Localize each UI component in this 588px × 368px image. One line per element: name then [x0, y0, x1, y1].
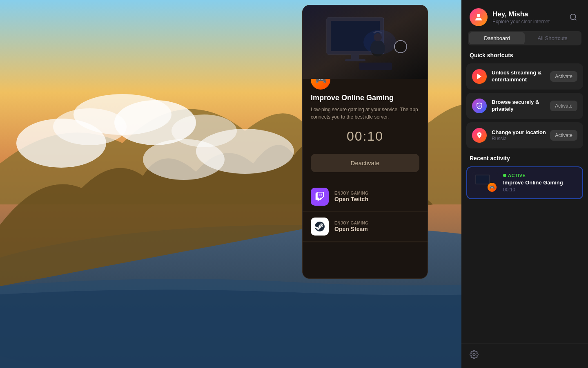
steam-open-label: Open Steam	[334, 226, 369, 232]
svg-rect-17	[359, 63, 392, 70]
card-description: Low-ping secure gaming at your service. …	[311, 106, 419, 121]
svg-point-8	[143, 139, 225, 180]
browse-shortcut-left: Browse securely & privately	[472, 99, 550, 113]
activity-thumbnail: 🎮	[472, 172, 498, 193]
recent-activity-title: Recent activity	[461, 152, 588, 166]
timer-display: 00:10	[311, 129, 419, 144]
svg-marker-21	[477, 74, 482, 79]
browse-shortcut-card[interactable]: Browse securely & privately Activate	[466, 93, 583, 119]
sidebar: Hey, Misha Explore your clear internet D…	[461, 0, 588, 368]
svg-point-28	[473, 353, 475, 356]
main-card: 🎮 Improve Online Gaming Low-ping secure …	[302, 5, 428, 279]
location-pin-icon	[472, 128, 487, 143]
active-text: ACTIVE	[508, 173, 526, 178]
activity-info: ACTIVE Improve Online Gaming 00:10	[503, 173, 563, 193]
svg-point-20	[570, 14, 576, 20]
sidebar-header: Hey, Misha Explore your clear internet	[461, 0, 588, 31]
steam-enjoy-label: ENJOY GAMING	[334, 221, 369, 225]
location-text: Change your location Russia	[492, 129, 546, 142]
streaming-shortcut-card[interactable]: Unlock streaming & entertainment Activat…	[466, 63, 583, 90]
play-icon	[472, 69, 487, 84]
twitch-enjoy-label: ENJOY GAMING	[334, 191, 369, 195]
deactivate-button[interactable]: Deactivate	[311, 154, 419, 172]
svg-rect-13	[351, 54, 359, 59]
activity-card[interactable]: 🎮 ACTIVE Improve Online Gaming 00:10	[466, 166, 583, 199]
sidebar-footer	[461, 343, 588, 368]
streaming-title: Unlock streaming & entertainment	[492, 70, 550, 83]
location-shortcut-card[interactable]: Change your location Russia Activate	[466, 122, 583, 148]
card-body: 🎮 Improve Online Gaming Low-ping secure …	[303, 70, 428, 180]
quick-shortcuts-title: Quick shortcuts	[461, 52, 588, 63]
circle-indicator	[394, 40, 407, 53]
sidebar-user: Hey, Misha Explore your clear internet	[470, 8, 550, 26]
location-title: Change your location	[492, 129, 546, 136]
twitch-open-label: Open Twitch	[334, 196, 369, 202]
shortcuts-list: ENJOY GAMING Open Twitch ENJOY GAMING Op…	[303, 180, 428, 243]
card-hero	[303, 5, 428, 79]
active-badge: ACTIVE	[503, 173, 563, 178]
svg-point-6	[16, 119, 106, 168]
location-activate-btn[interactable]: Activate	[550, 130, 577, 141]
user-subtitle: Explore your clear internet	[492, 19, 550, 25]
user-avatar	[470, 8, 488, 26]
streaming-activate-btn[interactable]: Activate	[550, 71, 577, 82]
activity-overlay-icon: 🎮	[488, 183, 497, 192]
streaming-shortcut-left: Unlock streaming & entertainment	[472, 69, 550, 84]
hero-background	[303, 5, 428, 79]
active-dot	[503, 174, 506, 177]
svg-point-18	[363, 30, 396, 54]
svg-rect-14	[345, 59, 365, 61]
location-shortcut-left: Change your location Russia	[472, 128, 546, 143]
card-title: Improve Online Gaming	[311, 94, 419, 103]
tab-dashboard[interactable]: Dashboard	[469, 32, 525, 44]
twitch-shortcut[interactable]: ENJOY GAMING Open Twitch	[303, 182, 428, 212]
location-subtitle: Russia	[492, 136, 546, 141]
search-icon[interactable]	[567, 11, 580, 24]
steam-shortcut[interactable]: ENJOY GAMING Open Steam	[303, 212, 428, 242]
user-greeting: Hey, Misha	[492, 10, 550, 18]
activity-name: Improve Online Gaming	[503, 180, 563, 186]
twitch-text: ENJOY GAMING Open Twitch	[334, 191, 369, 202]
browse-activate-btn[interactable]: Activate	[550, 101, 577, 111]
browse-text: Browse securely & privately	[492, 99, 550, 113]
twitch-icon	[311, 188, 329, 206]
svg-point-19	[477, 14, 480, 17]
settings-gear-button[interactable]	[470, 350, 479, 361]
user-info: Hey, Misha Explore your clear internet	[492, 10, 550, 25]
streaming-text: Unlock streaming & entertainment	[492, 70, 550, 83]
steam-text: ENJOY GAMING Open Steam	[334, 221, 369, 232]
tab-all-shortcuts[interactable]: All Shortcuts	[525, 32, 580, 44]
browse-title: Browse securely & privately	[492, 99, 550, 113]
shield-icon	[472, 99, 487, 113]
svg-rect-25	[476, 175, 489, 184]
activity-timer: 00:10	[503, 187, 563, 193]
steam-icon	[311, 218, 329, 236]
sidebar-tabs: Dashboard All Shortcuts	[468, 31, 581, 45]
